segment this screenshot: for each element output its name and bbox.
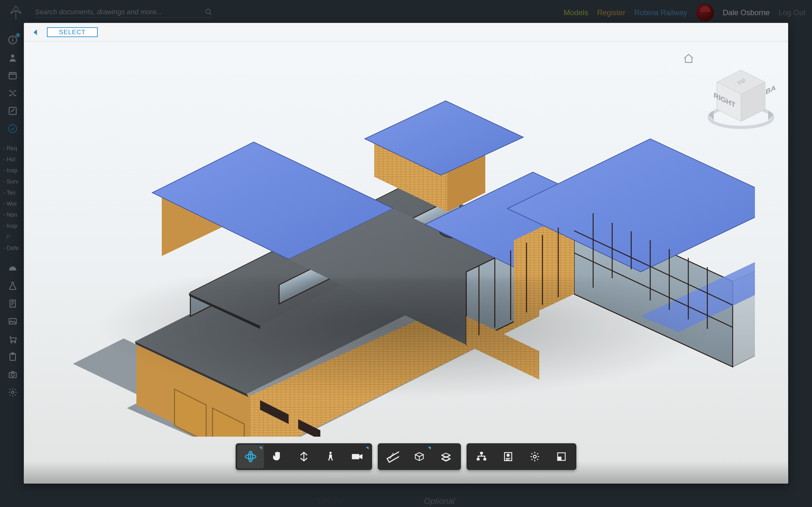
sidebar-check-icon[interactable] [8,124,18,134]
svg-rect-75 [558,457,561,460]
svg-rect-69 [477,458,479,461]
tool-properties[interactable] [495,445,521,468]
svg-point-73 [534,455,537,458]
nav-right: Models Register Robina Railway Dale Osbo… [564,4,806,21]
nav-register[interactable]: Register [597,8,625,17]
sidebar-edit-icon[interactable] [8,106,18,116]
sidebar-camera-icon[interactable] [8,370,18,380]
search-bar[interactable] [35,8,212,18]
svg-rect-68 [480,452,483,454]
back-arrow-icon[interactable] [31,28,39,37]
sidebar-info-icon[interactable]: 5 [8,35,18,45]
sidebar-flask-icon[interactable] [8,281,18,291]
svg-point-15 [11,373,14,377]
dropdown-indicator-icon [366,447,368,450]
footer-label: Link to [317,496,342,506]
footer-value: Optional [424,496,455,506]
tool-zoom[interactable] [291,445,317,468]
svg-point-11 [14,342,16,343]
viewcube[interactable]: RIGHT BACK top [706,65,769,128]
tool-fullscreen[interactable] [548,445,575,468]
svg-point-10 [11,342,12,343]
toolbar-group-analyze [378,443,461,470]
svg-rect-5 [9,72,16,79]
model-scene [57,88,755,437]
viewer-topbar: SELECT [24,23,788,42]
sidebar-calendar-icon[interactable] [8,70,18,80]
select-button[interactable]: SELECT [47,27,98,37]
nav-project[interactable]: Robina Railway [635,8,687,17]
svg-point-16 [11,391,14,394]
svg-point-65 [329,452,332,454]
search-input[interactable] [35,8,205,16]
nav-models[interactable]: Models [564,8,588,17]
app-header: Models Register Robina Railway Dale Osbo… [0,0,812,25]
sidebar-hardhat-icon[interactable] [8,263,18,273]
avatar[interactable] [696,4,714,21]
toolbar-group-nav [236,443,372,470]
dropdown-indicator-icon [259,447,262,450]
tool-orbit[interactable] [237,445,264,468]
sidebar-gear-icon[interactable] [8,387,18,397]
sidebar-clipboard-icon[interactable] [8,352,18,362]
tool-settings[interactable] [521,445,548,468]
toolbar-group-panels [467,443,576,470]
app-logo [6,3,26,22]
tool-explode[interactable] [433,445,459,468]
tool-measure[interactable] [379,445,406,468]
tool-walk[interactable] [317,445,344,468]
svg-point-72 [507,454,509,456]
tool-section[interactable] [406,445,433,468]
search-icon [205,8,212,16]
sidebar-badge: 5 [15,33,20,38]
svg-rect-2 [12,39,13,42]
sidebar-shuffle-icon[interactable] [8,88,18,98]
user-name[interactable]: Dale Osborne [723,8,770,17]
home-icon[interactable] [683,53,694,64]
tool-pan[interactable] [264,445,291,468]
sidebar: 5 [0,25,26,507]
tool-camera[interactable] [344,445,370,468]
viewer-modal: SELECT [24,23,788,484]
sidebar-docs-icon[interactable] [8,298,18,308]
viewcube-back[interactable]: BACK [766,78,776,96]
svg-point-4 [11,55,14,58]
sidebar-user-icon[interactable] [8,53,18,63]
svg-point-7 [9,125,17,133]
viewer-canvas[interactable]: RIGHT BACK top [24,42,788,483]
svg-rect-70 [484,458,486,461]
tool-model-tree[interactable] [468,445,495,468]
dropdown-indicator-icon [428,447,431,450]
svg-point-3 [12,38,13,39]
viewer-toolbar [236,443,576,470]
sidebar-cart-icon[interactable] [8,334,18,344]
page-footer-field: Link to Optional [317,493,812,507]
svg-rect-66 [352,454,359,459]
sidebar-image-icon[interactable] [8,316,18,326]
svg-point-0 [206,9,210,14]
logout-link[interactable]: Log Out [779,8,806,17]
